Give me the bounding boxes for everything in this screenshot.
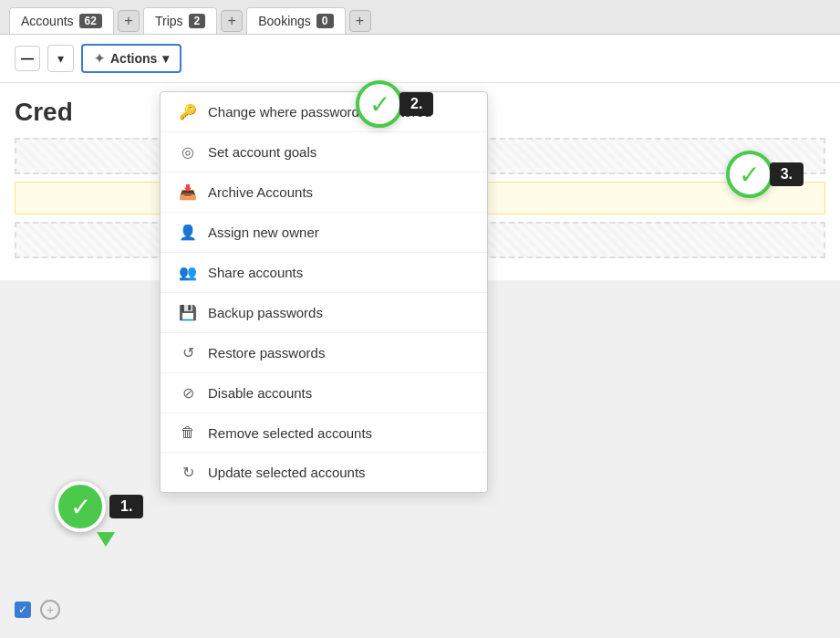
tab-accounts[interactable]: Accounts 62 [9,7,114,34]
dropdown-item-disable[interactable]: ⊘ Disable accounts [161,373,487,413]
actions-dropdown: 🔑 Change where passwords are stored ◎ Se… [160,91,488,493]
minus-icon: — [21,51,34,66]
remove-icon: 🗑 [179,424,197,441]
step-3-label: 3. [770,162,804,186]
bottom-checkbox[interactable]: ✓ [15,601,31,618]
tab-bookings-add[interactable]: + [349,10,371,32]
step-2-circle: ✓ [356,80,403,128]
tab-trips-add[interactable]: + [221,10,243,32]
dropdown-item-goals[interactable]: ◎ Set account goals [161,132,487,173]
tab-bookings-label: Bookings [258,14,311,28]
dropdown-item-restore[interactable]: ↺ Restore passwords [161,333,487,373]
disable-icon: ⊘ [179,384,197,402]
share-icon: 👥 [179,264,197,281]
dropdown-item-remove-label: Remove selected accounts [208,425,372,441]
tab-trips[interactable]: Trips 2 [143,7,217,34]
step-1-checkmark: ✓ [70,492,91,522]
dropdown-item-share-label: Share accounts [208,265,303,280]
plus-icon: + [47,602,54,617]
chevron-down-icon: ▾ [57,51,64,66]
step-2-label: 2. [399,92,433,116]
toolbar: — ▾ ✦ Actions ▾ [0,35,840,83]
tab-trips-label: Trips [155,14,183,28]
key-icon: 🔑 [179,103,197,120]
checkmark-icon: ✓ [18,603,27,616]
dropdown-item-owner[interactable]: 👤 Assign new owner [161,213,487,253]
chevron-dropdown[interactable]: ▾ [47,45,74,72]
dropdown-item-disable-label: Disable accounts [208,385,312,401]
dropdown-item-update[interactable]: ↻ Update selected accounts [161,453,487,492]
restore-icon: ↺ [179,344,197,361]
step-1-tail [97,532,115,547]
add-row-button[interactable]: + [40,600,60,620]
tab-accounts-add[interactable]: + [118,10,140,32]
step-2-checkmark: ✓ [369,89,390,120]
step-1-circle: ✓ [55,481,106,532]
dropdown-item-goals-label: Set account goals [208,144,316,160]
update-icon: ↻ [179,464,197,481]
tab-bar: Accounts 62 + Trips 2 + Bookings 0 + [0,0,840,35]
actions-button[interactable]: ✦ Actions ▾ [81,44,181,73]
dropdown-item-share[interactable]: 👥 Share accounts [161,253,487,293]
tab-bookings-badge: 0 [316,14,334,28]
step-1-label: 1. [109,495,143,518]
dropdown-item-owner-label: Assign new owner [208,225,319,240]
step-3-circle: ✓ [726,151,773,198]
archive-icon: 📥 [179,183,197,201]
step-1-indicator: ✓ 1. [55,481,143,547]
step-3-checkmark: ✓ [739,160,760,190]
dropdown-item-archive-label: Archive Accounts [208,184,313,200]
select-all-checkbox[interactable]: — [15,46,40,71]
dropdown-item-passwords[interactable]: 🔑 Change where passwords are stored [161,92,487,132]
assign-icon: 👤 [179,224,197,241]
dropdown-item-update-label: Update selected accounts [208,465,366,480]
tab-accounts-label: Accounts [21,14,74,28]
actions-label: Actions [110,51,157,66]
step-2-indicator: ✓ 2. [356,80,433,128]
dropdown-item-restore-label: Restore passwords [208,345,325,361]
actions-chevron-icon: ▾ [162,51,169,66]
dropdown-item-backup-label: Backup passwords [208,305,323,320]
tab-trips-badge: 2 [189,14,206,28]
dropdown-item-archive[interactable]: 📥 Archive Accounts [161,173,487,213]
bottom-row: ✓ + [15,600,60,620]
tab-accounts-badge: 62 [79,14,102,28]
dropdown-item-remove[interactable]: 🗑 Remove selected accounts [161,413,487,453]
dropdown-item-backup[interactable]: 💾 Backup passwords [161,293,487,333]
step-3-indicator: ✓ 3. [726,151,804,198]
goals-icon: ◎ [179,143,197,161]
cursor-icon: ✦ [94,51,105,66]
backup-icon: 💾 [179,304,197,321]
tab-bookings[interactable]: Bookings 0 [246,7,345,34]
